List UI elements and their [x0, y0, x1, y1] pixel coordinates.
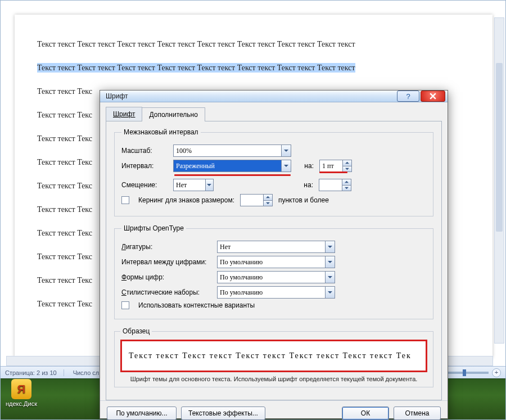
- dialog-buttons: По умолчанию... Текстовые эффекты... ОК …: [100, 400, 448, 420]
- position-label: Смещение:: [121, 181, 168, 189]
- preview-note: Шрифт темы для основного текста. Использ…: [120, 376, 427, 382]
- dialog-title-bar[interactable]: Шрифт: [100, 91, 448, 102]
- kerning-size-spinner[interactable]: [240, 194, 273, 206]
- page-indicator[interactable]: Страница: 2 из 10: [5, 369, 64, 376]
- num-spacing-combo[interactable]: [217, 256, 335, 268]
- scrollbar-thumb[interactable]: [496, 63, 503, 232]
- stylistic-input[interactable]: [218, 287, 325, 298]
- opentype-group: Шрифты OpenType Лигатуры: Интервал между…: [114, 224, 433, 319]
- ok-button[interactable]: ОК: [342, 407, 389, 420]
- num-spacing-label: Интервал между цифрами:: [121, 258, 211, 266]
- position-by-input[interactable]: [319, 179, 342, 191]
- stylistic-label: Стилистические наборы:: [121, 288, 211, 296]
- num-forms-combo[interactable]: [217, 271, 335, 283]
- dialog-tabs: Шрифт Дополнительно: [106, 107, 442, 121]
- doc-line-selected: Текст текст Текст текст Текст текст Текс…: [37, 64, 470, 73]
- dropdown-icon[interactable]: [205, 179, 213, 191]
- scale-input[interactable]: [174, 145, 281, 156]
- spacing-by-spinner[interactable]: [319, 160, 352, 172]
- dropdown-icon[interactable]: [281, 160, 291, 171]
- doc-line: Текст текст Текст текст Текст текст Текс…: [37, 40, 470, 49]
- ligatures-combo[interactable]: [217, 241, 335, 253]
- spin-up-icon[interactable]: [264, 195, 272, 201]
- scale-combo[interactable]: [173, 144, 291, 157]
- kerning-suffix: пунктов и более: [278, 196, 329, 204]
- spin-down-icon[interactable]: [264, 201, 272, 206]
- contextual-checkbox[interactable]: [121, 301, 129, 309]
- preview-box: Текст текст Текст текст Текст текст Текс…: [120, 340, 427, 372]
- dropdown-icon[interactable]: [325, 287, 335, 298]
- dialog-title: Шрифт: [106, 92, 128, 100]
- font-dialog: Шрифт Шрифт Дополнительно Межзнаковый ин…: [100, 90, 448, 419]
- opentype-legend: Шрифты OpenType: [121, 224, 186, 232]
- preview-legend: Образец: [120, 327, 152, 335]
- spin-up-icon[interactable]: [343, 160, 351, 166]
- spacing-combo[interactable]: [173, 160, 291, 172]
- dropdown-icon[interactable]: [281, 145, 291, 156]
- spin-down-icon[interactable]: [342, 186, 351, 191]
- cancel-button[interactable]: Отмена: [394, 407, 441, 420]
- dropdown-icon[interactable]: [325, 256, 335, 268]
- spacing-legend: Межзнаковый интервал: [121, 128, 201, 136]
- preview-group: Образец Текст текст Текст текст Текст те…: [114, 327, 433, 387]
- dropdown-icon[interactable]: [325, 241, 335, 252]
- by-label: на:: [296, 181, 313, 189]
- num-forms-input[interactable]: [218, 272, 325, 283]
- spin-up-icon[interactable]: [342, 179, 351, 186]
- close-button[interactable]: [421, 91, 445, 102]
- contextual-label: Использовать контекстные варианты: [138, 301, 255, 309]
- close-icon: [430, 93, 436, 100]
- position-input[interactable]: [174, 179, 205, 191]
- spin-down-icon[interactable]: [343, 166, 351, 172]
- spacing-label: Интервал:: [121, 162, 168, 170]
- set-default-button[interactable]: По умолчанию...: [107, 407, 177, 420]
- spacing-by-input[interactable]: [320, 160, 342, 171]
- tab-font[interactable]: Шрифт: [106, 107, 142, 121]
- kerning-label: Кернинг для знаков размером:: [138, 196, 234, 204]
- position-by-spinner[interactable]: [319, 179, 351, 191]
- text-effects-button[interactable]: Текстовые эффекты...: [181, 407, 265, 420]
- ligatures-label: Лигатуры:: [121, 243, 211, 251]
- spacing-group: Межзнаковый интервал Масштаб: Интервал: …: [114, 128, 433, 216]
- num-forms-label: Формы цифр:: [121, 273, 211, 281]
- kerning-checkbox[interactable]: [121, 196, 129, 204]
- help-button[interactable]: [397, 91, 419, 102]
- position-combo[interactable]: [173, 179, 214, 191]
- dropdown-icon[interactable]: [325, 272, 335, 283]
- scale-label: Масштаб:: [121, 147, 168, 155]
- ligatures-input[interactable]: [218, 241, 325, 252]
- tab-advanced[interactable]: Дополнительно: [142, 107, 205, 121]
- num-spacing-input[interactable]: [218, 256, 325, 268]
- spacing-input[interactable]: [174, 160, 281, 171]
- yandex-disk-icon[interactable]: ндекс.Диск: [5, 379, 38, 407]
- stylistic-combo[interactable]: [217, 286, 335, 299]
- vertical-scrollbar[interactable]: [494, 17, 504, 344]
- by-label: на:: [297, 162, 314, 170]
- zoom-in-button[interactable]: +: [492, 368, 501, 377]
- kerning-size-input[interactable]: [241, 195, 263, 206]
